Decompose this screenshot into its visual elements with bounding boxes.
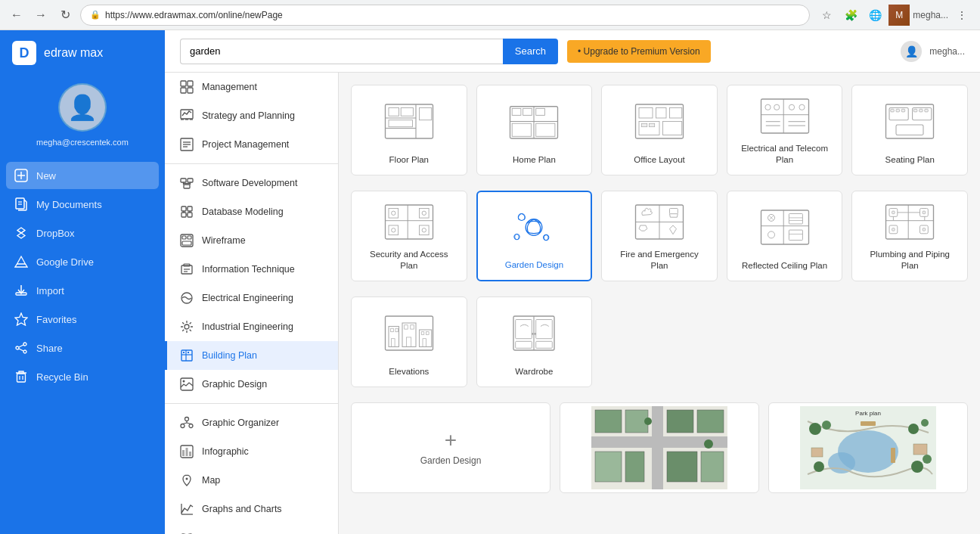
svg-rect-194 [697, 410, 724, 433]
svg-rect-173 [404, 325, 408, 329]
category-science[interactable]: Science and Education [165, 523, 338, 534]
google-drive-icon [14, 254, 29, 269]
svg-rect-174 [411, 325, 414, 329]
template-elevations[interactable]: Elevations [351, 296, 467, 387]
category-graphic-org[interactable]: Graphic Organizer [165, 408, 338, 437]
template-floor-plan[interactable]: Floor Plan [351, 85, 467, 175]
svg-rect-184 [516, 341, 532, 348]
example1-image [560, 403, 758, 492]
svg-rect-36 [188, 206, 192, 211]
svg-rect-212 [861, 421, 876, 426]
example-building-site[interactable] [560, 402, 759, 493]
sidebar-item-import[interactable]: Import [6, 277, 159, 304]
template-wardrobe[interactable]: Wardrobe [476, 296, 593, 387]
svg-point-209 [814, 461, 824, 472]
category-database[interactable]: Database Modeling [165, 197, 338, 226]
address-bar[interactable]: 🔒 https://www.edrawmax.com/online/newPag… [80, 5, 810, 26]
user-section: 👤 megha@crescentek.com [0, 76, 165, 159]
category-project[interactable]: Project Management [165, 130, 338, 159]
category-wireframe[interactable]: Wireframe [165, 226, 338, 255]
search-input[interactable]: garden [180, 39, 503, 64]
category-electrical[interactable]: Electrical Engineering [165, 284, 338, 312]
category-map[interactable]: Map [165, 466, 338, 495]
template-electrical-telecom[interactable]: Electrical and Telecom Plan [727, 85, 843, 175]
upgrade-button[interactable]: • Upgrade to Premium Version [567, 40, 711, 63]
svg-rect-179 [423, 339, 426, 347]
google-drive-label: Google Drive [36, 256, 94, 268]
svg-rect-197 [667, 452, 697, 482]
sidebar-item-my-documents[interactable]: My Documents [6, 191, 159, 218]
template-garden-design[interactable]: Garden Design [476, 191, 593, 281]
category-information[interactable]: Information Technique [165, 255, 338, 284]
category-strategy[interactable]: Strategy and Planning [165, 101, 338, 130]
svg-rect-83 [419, 108, 431, 120]
top-username: megha... [929, 46, 965, 57]
sidebar-item-google-drive[interactable]: Google Drive [6, 248, 159, 275]
svg-rect-170 [395, 328, 399, 332]
svg-rect-190 [652, 406, 663, 489]
svg-rect-45 [188, 236, 191, 239]
sidebar-item-favorites[interactable]: Favorites [6, 306, 159, 333]
sidebar-item-share[interactable]: Share [6, 334, 159, 362]
svg-line-65 [187, 423, 191, 424]
bookmark-button[interactable]: ☆ [816, 5, 837, 26]
svg-point-207 [908, 424, 919, 434]
svg-point-131 [422, 228, 426, 231]
template-reflected-ceiling[interactable]: Reflected Ceiling Plan [727, 191, 843, 281]
sidebar-item-recycle-bin[interactable]: Recycle Bin [6, 363, 159, 390]
category-building[interactable]: Building Plan [165, 341, 338, 370]
back-button[interactable]: ← [8, 6, 26, 24]
my-documents-label: My Documents [36, 199, 102, 210]
examples-section: + Garden Design [351, 402, 968, 493]
svg-rect-183 [536, 320, 553, 339]
electrical-telecom-icon [737, 95, 833, 137]
svg-point-211 [923, 455, 932, 464]
search-button[interactable]: Search [503, 39, 558, 64]
category-graphic[interactable]: Graphic Design [165, 370, 338, 399]
extension-button[interactable]: 🧩 [840, 5, 861, 26]
cat-divider-2 [165, 403, 338, 404]
menu-button[interactable]: ⋮ [951, 5, 972, 26]
top-bar: garden Search • Upgrade to Premium Versi… [165, 30, 980, 73]
svg-rect-82 [389, 120, 413, 127]
plumbing-piping-label: Plumbing and Piping Plan [861, 249, 958, 272]
svg-rect-162 [923, 228, 926, 231]
new-icon [14, 168, 29, 183]
svg-point-187 [535, 333, 537, 335]
svg-rect-89 [536, 108, 545, 115]
category-infographic[interactable]: Infographic [165, 437, 338, 466]
svg-rect-130 [419, 225, 429, 235]
category-graphs[interactable]: Graphs and Charts [165, 495, 338, 523]
elevations-label: Elevations [389, 366, 429, 377]
svg-rect-97 [662, 122, 681, 135]
template-security-access[interactable]: Security and Access Plan [351, 191, 467, 281]
example-park-plan[interactable]: Park plan [768, 402, 968, 493]
template-home-plan[interactable]: Home Plan [476, 85, 593, 175]
user-avatar-inner: 👤 [60, 85, 105, 130]
sidebar-item-dropbox[interactable]: DropBox [6, 219, 159, 247]
industrial-label: Industrial Engineering [202, 321, 293, 332]
template-office-layout[interactable]: Office Layout [601, 85, 718, 175]
profile-button[interactable]: M [889, 5, 910, 26]
template-plumbing-piping[interactable]: Plumbing and Piping Plan [851, 191, 968, 281]
template-seating-plan[interactable]: Seating Plan [851, 85, 968, 175]
category-software[interactable]: Software Development [165, 169, 338, 197]
new-label: New [36, 170, 56, 182]
svg-rect-31 [184, 185, 190, 188]
svg-point-52 [185, 324, 189, 329]
templates-grid-row1: Floor Plan [351, 85, 968, 175]
category-management[interactable]: Management [165, 73, 338, 101]
svg-rect-182 [516, 320, 532, 339]
translate-button[interactable]: 🌐 [864, 5, 885, 26]
forward-button[interactable]: → [32, 6, 50, 24]
svg-rect-160 [892, 228, 895, 231]
svg-rect-35 [181, 206, 186, 211]
category-industrial[interactable]: Industrial Engineering [165, 312, 338, 341]
reload-button[interactable]: ↻ [56, 6, 74, 24]
sidebar-item-new[interactable]: New [6, 162, 159, 189]
svg-rect-80 [389, 108, 399, 116]
template-fire-emergency[interactable]: Fire and Emergency Plan [601, 191, 718, 281]
svg-rect-119 [925, 109, 929, 112]
information-icon [179, 262, 194, 277]
new-example-card[interactable]: + Garden Design [351, 402, 550, 493]
